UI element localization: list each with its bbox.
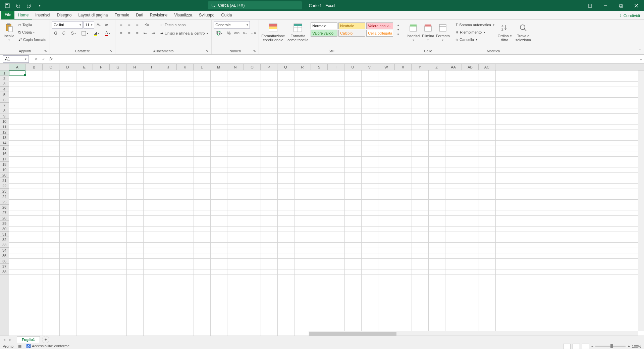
column-header-G[interactable]: G: [110, 64, 126, 70]
increase-font-button[interactable]: A▴: [95, 21, 102, 29]
tab-formule[interactable]: Formule: [111, 11, 132, 19]
decrease-indent-button[interactable]: ⇤: [142, 30, 149, 37]
search-input[interactable]: [218, 3, 299, 8]
macro-record-icon[interactable]: ▦: [18, 344, 21, 348]
row-header-10[interactable]: 10: [0, 119, 9, 124]
tab-visualizza[interactable]: Visualizza: [171, 11, 196, 19]
bold-button[interactable]: G: [52, 30, 59, 37]
font-launcher[interactable]: ⬊: [108, 48, 113, 53]
column-header-X[interactable]: X: [395, 64, 412, 70]
clear-button[interactable]: ◇Cancella▾: [454, 36, 496, 43]
row-header-34[interactable]: 34: [0, 248, 9, 253]
cells-area[interactable]: [9, 70, 644, 337]
row-header-19[interactable]: 19: [0, 167, 9, 172]
row-header-16[interactable]: 16: [0, 151, 9, 156]
tab-file[interactable]: File: [1, 11, 14, 19]
styles-scroll-up[interactable]: ▴: [394, 22, 402, 27]
row-header-18[interactable]: 18: [0, 162, 9, 167]
row-header-35[interactable]: 35: [0, 253, 9, 258]
format-painter-button[interactable]: 🖌Copia formato: [17, 36, 48, 43]
view-page-break-button[interactable]: [582, 344, 589, 349]
customize-qat-button[interactable]: ▾: [35, 1, 44, 10]
styles-scroll-down[interactable]: ▾: [394, 27, 402, 32]
zoom-slider[interactable]: [595, 346, 626, 347]
column-header-T[interactable]: T: [328, 64, 344, 70]
percent-button[interactable]: %: [225, 30, 232, 37]
row-header-25[interactable]: 25: [0, 199, 9, 205]
row-header-3[interactable]: 3: [0, 81, 9, 87]
align-left-button[interactable]: ≡: [117, 30, 125, 37]
number-launcher[interactable]: ⬊: [252, 48, 257, 53]
align-bottom-button[interactable]: ≡: [133, 21, 141, 29]
tab-home[interactable]: Home: [14, 11, 32, 19]
number-format-combo[interactable]: Generale▾: [214, 21, 250, 29]
font-family-combo[interactable]: Calibri▾: [52, 21, 83, 29]
column-header-I[interactable]: I: [143, 64, 160, 70]
autosum-button[interactable]: ΣSomma automatica▾: [454, 21, 496, 29]
column-header-L[interactable]: L: [194, 64, 210, 70]
sheet-tab-foglio1[interactable]: Foglio1: [17, 336, 40, 343]
style-cella-collegata[interactable]: Cella collegata: [366, 30, 393, 37]
tab-disegno[interactable]: Disegno: [53, 11, 75, 19]
style-normale[interactable]: Normale: [311, 22, 337, 29]
fill-button[interactable]: ⬇Riempimento▾: [454, 29, 496, 36]
row-header-36[interactable]: 36: [0, 258, 9, 264]
sheet-nav-next[interactable]: ▸: [7, 337, 13, 343]
column-header-Z[interactable]: Z: [428, 64, 445, 70]
row-header-8[interactable]: 8: [0, 108, 9, 113]
underline-button[interactable]: S▾: [68, 30, 79, 37]
align-center-button[interactable]: ≡: [125, 30, 133, 37]
tab-guida[interactable]: Guida: [218, 11, 235, 19]
row-header-5[interactable]: 5: [0, 92, 9, 97]
align-middle-button[interactable]: ≡: [125, 21, 133, 29]
tab-layout[interactable]: Layout di pagina: [75, 11, 111, 19]
row-header-4[interactable]: 4: [0, 87, 9, 92]
view-normal-button[interactable]: [563, 344, 571, 349]
copy-button[interactable]: ⧉Copia▾: [17, 29, 48, 36]
wrap-text-button[interactable]: ↩Testo a capo: [159, 21, 209, 29]
format-cells-button[interactable]: Formato ▾: [436, 21, 450, 42]
save-button[interactable]: [3, 1, 12, 10]
close-button[interactable]: [629, 0, 644, 11]
row-header-9[interactable]: 9: [0, 113, 9, 119]
cancel-formula-button[interactable]: ✕: [33, 56, 40, 62]
insert-function-button[interactable]: fx: [48, 56, 54, 62]
find-select-button[interactable]: Trova e seleziona: [514, 21, 533, 42]
style-neutrale[interactable]: Neutrale: [338, 22, 365, 29]
row-header-15[interactable]: 15: [0, 146, 9, 151]
column-header-K[interactable]: K: [177, 64, 194, 70]
row-header-28[interactable]: 28: [0, 215, 9, 221]
font-size-combo[interactable]: 11▾: [84, 21, 94, 29]
share-button[interactable]: ⇪ Condividi: [615, 12, 644, 19]
styles-more-button[interactable]: ≡: [394, 32, 402, 37]
column-header-W[interactable]: W: [378, 64, 395, 70]
row-header-14[interactable]: 14: [0, 140, 9, 146]
expand-formula-bar-button[interactable]: ⌄: [638, 57, 644, 61]
row-header-38[interactable]: 38: [0, 269, 9, 275]
column-header-B[interactable]: B: [26, 64, 43, 70]
maximize-button[interactable]: [613, 0, 629, 11]
borders-button[interactable]: ▾: [79, 30, 90, 37]
column-header-S[interactable]: S: [311, 64, 328, 70]
column-header-Q[interactable]: Q: [277, 64, 294, 70]
row-header-20[interactable]: 20: [0, 172, 9, 178]
undo-button[interactable]: [13, 1, 23, 10]
row-header-21[interactable]: 21: [0, 178, 9, 183]
zoom-slider-thumb[interactable]: [610, 344, 613, 348]
column-header-Y[interactable]: Y: [412, 64, 428, 70]
name-box[interactable]: A1▾: [3, 55, 29, 63]
row-header-22[interactable]: 22: [0, 183, 9, 189]
sort-filter-button[interactable]: AZ Ordina e filtra: [496, 21, 513, 42]
row-header-1[interactable]: 1: [0, 70, 9, 76]
row-header-12[interactable]: 12: [0, 130, 9, 135]
column-header-J[interactable]: J: [160, 64, 177, 70]
comma-button[interactable]: 000: [233, 30, 240, 37]
orientation-button[interactable]: ⟲▾: [142, 21, 152, 29]
tab-sviluppo[interactable]: Sviluppo: [196, 11, 218, 19]
paste-button[interactable]: Incolla ▾: [2, 21, 16, 42]
column-header-F[interactable]: F: [93, 64, 110, 70]
zoom-level[interactable]: 100%: [632, 344, 641, 348]
fill-color-button[interactable]: ◢▾: [91, 30, 102, 37]
row-header-31[interactable]: 31: [0, 232, 9, 237]
style-valore-nv[interactable]: Valore non v...: [366, 22, 393, 29]
